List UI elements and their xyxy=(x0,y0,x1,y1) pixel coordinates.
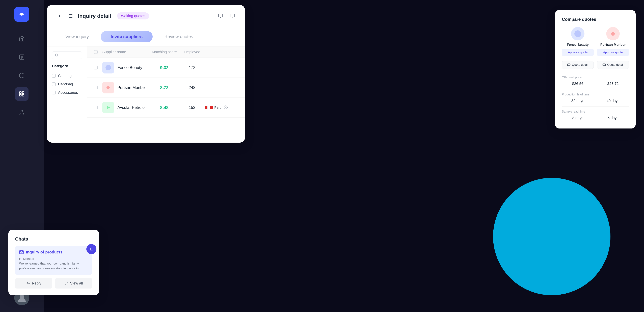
svg-point-23 xyxy=(106,65,111,70)
emp-avcular: 152 xyxy=(180,105,204,110)
supplier-name-portsan-menber: Portsan Menber xyxy=(118,85,146,90)
category-handbag[interactable]: Handbag xyxy=(52,80,82,88)
chat-actions: Reply View all xyxy=(15,278,92,288)
category-accessories[interactable]: Accessories xyxy=(52,88,82,97)
prod-time-2: 40 days xyxy=(597,99,629,103)
page-title: Inquiry detail xyxy=(78,13,111,19)
compare-name-1: Fence Beauty xyxy=(567,43,589,47)
svg-line-34 xyxy=(67,282,68,283)
compare-suppliers: Fence Beauty Approve quote Portsan Menbe… xyxy=(562,27,629,56)
tab-invite-suppliers[interactable]: Invite suppliers xyxy=(100,31,153,42)
bg-decoration xyxy=(493,178,610,295)
emp-fence-beauty: 172 xyxy=(180,65,204,70)
svg-point-21 xyxy=(55,54,58,56)
compare-avatar-2 xyxy=(606,27,620,40)
score-portsan-menber: 8.72 xyxy=(149,85,180,90)
col-employee: Employee xyxy=(180,50,204,54)
category-clothing[interactable]: Clothing xyxy=(52,72,82,80)
chat-message-card: Inquiry of products Hi MichaelWe've lear… xyxy=(15,246,92,275)
tab-review-quotes[interactable]: Review quotes xyxy=(154,31,203,42)
sidebar-item-home[interactable] xyxy=(15,32,28,45)
chat-message-title: Inquiry of products xyxy=(26,250,62,254)
checkbox-clothing[interactable] xyxy=(52,74,56,78)
svg-rect-7 xyxy=(20,94,22,96)
envelope-icon xyxy=(19,250,24,254)
sample-lead-time-values: 8 days 5 days xyxy=(562,116,629,120)
sidebar-item-inquiries[interactable] xyxy=(15,87,28,101)
approve-btn-2[interactable]: Approve quote xyxy=(597,49,629,56)
sidebar-item-contacts[interactable] xyxy=(15,106,28,119)
row-checkbox-2[interactable] xyxy=(94,86,102,90)
more-button[interactable] xyxy=(228,12,236,20)
row-checkbox-1[interactable] xyxy=(94,66,102,70)
svg-line-22 xyxy=(57,56,58,56)
supplier-row-avcular[interactable]: Avcular Petrolo r 8.48 152 Peru xyxy=(87,98,245,118)
emp-portsan-menber: 248 xyxy=(180,85,204,90)
svg-rect-24 xyxy=(106,86,110,90)
tab-view-inquiry[interactable]: View inquiry xyxy=(55,31,99,42)
country-flag-peru xyxy=(204,106,213,109)
sidebar-logo[interactable] xyxy=(14,7,29,22)
svg-rect-30 xyxy=(611,31,615,36)
approve-btn-1[interactable]: Approve quote xyxy=(562,49,594,56)
view-all-button[interactable]: View all xyxy=(55,278,92,288)
inquiry-detail-card: Inquiry detail Waiting quotes View inqui… xyxy=(47,5,245,142)
status-badge: Waiting quotes xyxy=(117,12,149,20)
add-person-icon[interactable] xyxy=(223,104,229,110)
supplier-row-portsan-menber[interactable]: Portsan Menber 8.72 248 xyxy=(87,78,245,98)
quote-detail-row: Quote detail Quote detail xyxy=(562,61,629,69)
chat-title: Chats xyxy=(15,236,92,242)
row-extra-avcular: Peru xyxy=(204,104,238,110)
offer-price-1: $26.56 xyxy=(562,82,594,86)
chat-panel: Chats Inquiry of products Hi MichaelWe'v… xyxy=(8,230,99,296)
supplier-row-fence-beauty[interactable]: Fence Beauty 9.32 172 xyxy=(87,58,245,78)
header-actions xyxy=(216,12,236,20)
offer-unit-price-values: $26.56 $23.72 xyxy=(562,82,629,86)
chat-message-header: Inquiry of products xyxy=(19,250,88,254)
svg-line-35 xyxy=(65,284,66,285)
svg-rect-18 xyxy=(230,14,234,17)
quote-detail-btn-2[interactable]: Quote detail xyxy=(597,61,629,69)
share-button[interactable] xyxy=(216,12,225,20)
svg-rect-32 xyxy=(603,64,606,66)
back-button[interactable] xyxy=(55,12,64,20)
svg-point-26 xyxy=(225,106,226,107)
search-icon xyxy=(55,53,58,57)
compare-name-2: Portsan Menber xyxy=(600,43,626,47)
svg-marker-25 xyxy=(107,106,110,109)
compare-supplier-1: Fence Beauty Approve quote xyxy=(562,27,594,56)
card-header: Inquiry detail Waiting quotes xyxy=(47,5,245,27)
inquiry-icon xyxy=(67,13,73,19)
supplier-avatar-fence-beauty xyxy=(102,62,114,74)
compare-quotes-title: Compare quotes xyxy=(562,17,629,22)
sidebar-item-documents[interactable] xyxy=(15,50,28,64)
sidebar-item-products[interactable] xyxy=(15,69,28,82)
sample-time-1: 8 days xyxy=(562,116,594,120)
search-box[interactable] xyxy=(52,52,82,59)
svg-rect-5 xyxy=(20,92,22,94)
svg-rect-17 xyxy=(218,14,223,17)
supplier-name-fence-beauty: Fence Beauty xyxy=(118,65,142,70)
category-label-handbag: Handbag xyxy=(58,82,73,86)
quote-detail-btn-1[interactable]: Quote detail xyxy=(562,61,594,69)
compare-supplier-2: Portsan Menber Approve quote xyxy=(597,27,629,56)
category-label-clothing: Clothing xyxy=(58,74,72,78)
svg-rect-6 xyxy=(22,92,24,94)
select-all-checkbox[interactable] xyxy=(94,50,102,54)
sample-time-2: 5 days xyxy=(597,116,629,120)
chat-avatar-bubble: L xyxy=(86,244,96,254)
row-checkbox-3[interactable] xyxy=(94,106,102,109)
svg-rect-31 xyxy=(568,64,570,66)
production-lead-time-label: Production lead time xyxy=(562,93,629,96)
svg-point-9 xyxy=(21,110,23,112)
checkbox-handbag[interactable] xyxy=(52,82,56,86)
tab-bar: View inquiry Invite suppliers Review quo… xyxy=(47,27,245,46)
score-avcular: 8.48 xyxy=(149,105,180,110)
col-supplier-name: Supplier name xyxy=(102,50,149,54)
filter-sidebar: Category Clothing Handbag Accessories xyxy=(47,46,87,142)
checkbox-accessories[interactable] xyxy=(52,91,56,94)
table-header: Supplier name Matching score Employee xyxy=(87,46,245,58)
reply-button[interactable]: Reply xyxy=(15,278,52,288)
svg-rect-8 xyxy=(22,94,24,96)
compare-avatar-1 xyxy=(571,27,584,40)
